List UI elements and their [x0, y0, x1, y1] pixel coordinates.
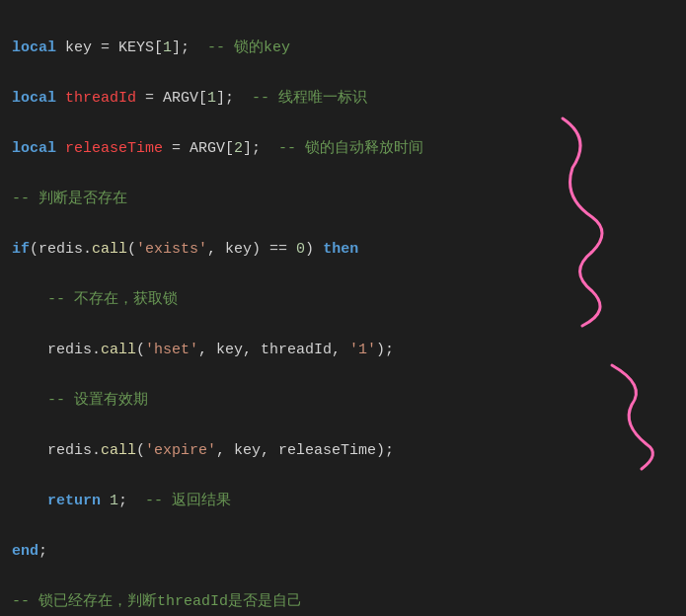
line-8: -- 设置有效期 — [12, 388, 674, 414]
line-1: local key = KEYS[1]; -- 锁的key — [12, 36, 674, 61]
code-editor: local key = KEYS[1]; -- 锁的key local thre… — [0, 0, 686, 616]
line-4: -- 判断是否存在 — [12, 187, 674, 212]
line-7: redis.call('hset', key, threadId, '1'); — [12, 338, 674, 363]
line-3: local releaseTime = ARGV[2]; -- 锁的自动释放时间 — [12, 136, 674, 162]
line-9: redis.call('expire', key, releaseTime); — [12, 438, 674, 464]
line-2: local threadId = ARGV[1]; -- 线程唯一标识 — [12, 86, 674, 112]
line-10: return 1; -- 返回结果 — [12, 489, 674, 514]
line-5: if(redis.call('exists', key) == 0) then — [12, 237, 674, 263]
line-6: -- 不存在，获取锁 — [12, 287, 674, 313]
line-12: -- 锁已经存在，判断threadId是否是自己 — [12, 589, 674, 615]
line-11: end; — [12, 539, 674, 565]
